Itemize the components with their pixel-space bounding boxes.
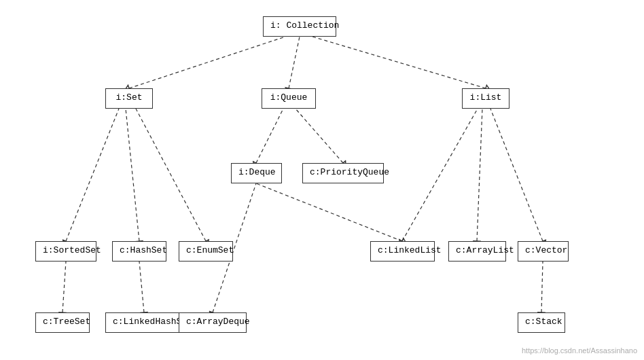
svg-line-13 bbox=[490, 109, 543, 241]
node-sortedset: i:SortedSet bbox=[35, 241, 96, 262]
node-stack: c:Stack bbox=[518, 312, 565, 333]
node-treeset: c:TreeSet bbox=[35, 312, 90, 333]
node-linkedlist: c:LinkedList bbox=[370, 241, 435, 262]
svg-line-15 bbox=[139, 262, 144, 312]
node-queue: i:Queue bbox=[262, 88, 316, 109]
svg-line-7 bbox=[256, 109, 283, 163]
node-arraylist: c:ArrayList bbox=[448, 241, 506, 262]
node-deque: i:Deque bbox=[231, 163, 282, 183]
node-hashset: c:HashSet bbox=[112, 241, 166, 262]
svg-line-16 bbox=[541, 262, 543, 312]
node-list: i:List bbox=[462, 88, 509, 109]
svg-line-4 bbox=[66, 109, 119, 241]
svg-line-3 bbox=[312, 37, 486, 88]
svg-line-10 bbox=[256, 183, 402, 241]
svg-line-5 bbox=[126, 109, 139, 241]
svg-line-6 bbox=[136, 109, 206, 241]
svg-line-14 bbox=[62, 262, 66, 312]
node-linkedhashset: c:LinkedHashSet bbox=[105, 312, 183, 333]
node-vector: c:Vector bbox=[518, 241, 569, 262]
diagram: i: Collection i:Set i:Queue i:List i:Deq… bbox=[0, 0, 644, 360]
svg-line-2 bbox=[289, 37, 300, 88]
svg-line-12 bbox=[477, 109, 482, 241]
node-collection: i: Collection bbox=[263, 16, 336, 37]
node-set: i:Set bbox=[105, 88, 153, 109]
node-priorityqueue: c:PriorityQueue bbox=[302, 163, 384, 183]
node-arraydeque: c:ArrayDeque bbox=[179, 312, 247, 333]
svg-line-1 bbox=[129, 37, 285, 88]
svg-line-8 bbox=[296, 109, 343, 163]
node-enumset: c:EnumSet bbox=[179, 241, 233, 262]
svg-line-11 bbox=[402, 109, 478, 241]
watermark: https://blog.csdn.net/Assassinhano bbox=[522, 346, 637, 355]
